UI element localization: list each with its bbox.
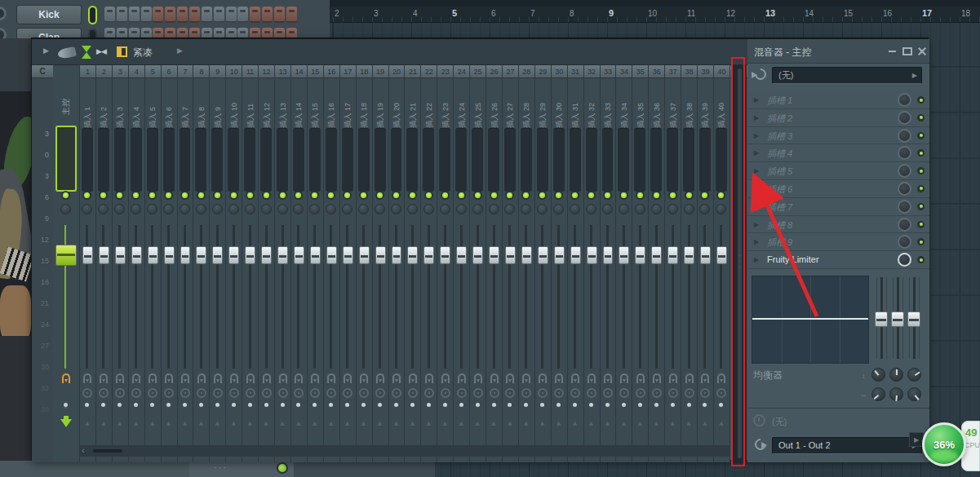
channel-knob[interactable] [0, 28, 7, 38]
strip-fader-cap[interactable] [521, 246, 532, 264]
strip-mute-led[interactable] [621, 192, 627, 198]
strip-separation-knob[interactable] [197, 388, 206, 398]
channel-mute-led[interactable] [88, 6, 97, 24]
strip-fader-cap[interactable] [619, 246, 629, 264]
strip-route-icon[interactable] [132, 373, 140, 383]
step-button[interactable] [214, 7, 224, 23]
plugin-slot[interactable]: ▶插槽 5 [747, 162, 929, 180]
strip-route-icon[interactable] [539, 373, 547, 383]
mixer-strip[interactable]: 23插入 23▲ [437, 65, 454, 462]
slot-mix-knob[interactable] [898, 182, 911, 196]
strip-separation-knob[interactable] [131, 388, 141, 398]
mixer-strip[interactable]: 18插入 18▲ [357, 65, 373, 462]
strip-mute-led[interactable] [588, 192, 594, 198]
strip-route-icon[interactable] [571, 373, 579, 383]
track-led[interactable] [278, 464, 286, 472]
strip-pan-knob[interactable] [82, 204, 92, 214]
strip-separation-knob[interactable] [229, 388, 239, 398]
strip-record-dot[interactable] [622, 403, 626, 407]
step-button[interactable] [117, 7, 127, 23]
mixer-strip[interactable]: 26插入 26▲ [486, 65, 503, 462]
dock-icon[interactable]: ▶◀ [96, 47, 106, 55]
slot-enable-led[interactable] [917, 221, 925, 228]
strip-route-icon[interactable] [279, 373, 287, 383]
strip-mute-led[interactable] [149, 192, 155, 198]
slot-arrow-icon[interactable]: ▶ [754, 96, 759, 104]
strip-mute-led[interactable] [637, 192, 643, 198]
mixer-strip[interactable]: 40插入 40▲ [714, 65, 730, 462]
strip-route-icon[interactable] [263, 373, 271, 383]
strip-record-dot[interactable] [557, 403, 561, 407]
mixer-strip[interactable]: 13插入 13▲ [275, 65, 291, 462]
strip-pan-knob[interactable] [553, 204, 564, 214]
plugin-slot[interactable]: ▶插槽 7 [747, 198, 929, 216]
strip-pan-knob[interactable] [472, 204, 483, 214]
strip-mute-led[interactable] [328, 192, 334, 198]
eq-knob[interactable] [889, 387, 903, 401]
step-button[interactable] [237, 7, 248, 23]
strip-mute-led[interactable] [361, 192, 366, 198]
strip-route-icon[interactable] [506, 373, 514, 383]
strip-separation-knob[interactable] [538, 388, 548, 398]
strip-fader-cap[interactable] [667, 246, 678, 264]
mixer-swoosh-icon[interactable] [57, 46, 77, 60]
strip-record-dot[interactable] [232, 403, 236, 407]
strip-separation-knob[interactable] [246, 388, 255, 398]
strip-record-dot[interactable] [118, 403, 122, 407]
audio-output-select[interactable]: Out 1 - Out 2 ▶ [772, 437, 922, 454]
eq-knob[interactable] [871, 387, 885, 401]
strip-route-icon[interactable] [701, 373, 709, 383]
strip-route-icon[interactable] [344, 373, 352, 383]
step-button[interactable] [286, 7, 297, 23]
slot-arrow-icon[interactable]: ▶ [754, 149, 759, 157]
channel-button-kick[interactable]: Kick [16, 5, 82, 24]
strip-separation-knob[interactable] [359, 388, 369, 398]
strip-mute-led[interactable] [84, 192, 90, 198]
h-scrollbar-thumb[interactable] [93, 449, 122, 453]
strip-fader-cap[interactable] [82, 246, 93, 264]
strip-record-dot[interactable] [605, 403, 610, 407]
strip-mute-led[interactable] [491, 192, 497, 198]
strip-fader-cap[interactable] [489, 246, 499, 264]
strip-route-icon[interactable] [376, 373, 384, 383]
strip-separation-knob[interactable] [310, 388, 320, 398]
strip-fader-cap[interactable] [392, 246, 402, 264]
strip-mute-led[interactable] [507, 192, 512, 198]
mixer-strip[interactable]: 4插入 4▲ [129, 65, 145, 462]
strip-fader-cap[interactable] [554, 246, 565, 264]
strip-record-dot[interactable] [183, 403, 187, 407]
eq-knob[interactable] [907, 387, 921, 401]
mixer-strip[interactable]: 24插入 24▲ [454, 65, 470, 462]
strip-route-icon[interactable] [360, 373, 368, 383]
strip-separation-knob[interactable] [294, 388, 304, 398]
master-route-icon[interactable] [62, 373, 70, 383]
strip-mute-led[interactable] [718, 192, 724, 198]
strip-route-icon[interactable] [588, 373, 596, 383]
slot-mix-knob[interactable] [898, 129, 911, 143]
strip-separation-knob[interactable] [375, 388, 385, 398]
strip-route-icon[interactable] [604, 373, 612, 383]
mixer-fader-mode-icon[interactable] [82, 46, 91, 52]
step-button[interactable] [153, 7, 163, 23]
strip-mute-led[interactable] [572, 192, 578, 198]
strip-record-dot[interactable] [443, 403, 447, 407]
strip-pan-knob[interactable] [277, 204, 288, 214]
mixer-strip[interactable]: 2插入 2▲ [96, 65, 113, 462]
strip-mute-led[interactable] [344, 192, 350, 198]
strip-route-icon[interactable] [669, 373, 677, 383]
mixer-strip[interactable]: 9插入 9▲ [210, 65, 226, 462]
strip-mute-led[interactable] [702, 192, 707, 198]
mixer-horizontal-scrollbar[interactable]: ‹ [80, 445, 730, 457]
strip-fader-cap[interactable] [115, 246, 126, 264]
strip-fader-cap[interactable] [538, 246, 548, 264]
strip-mute-led[interactable] [556, 192, 561, 198]
plugin-slot[interactable]: ▶插槽 6 [747, 180, 929, 198]
channel-knob[interactable] [0, 7, 7, 20]
mixer-strip[interactable]: 37插入 37▲ [665, 65, 681, 462]
step-button[interactable] [250, 7, 260, 23]
strip-separation-knob[interactable] [490, 388, 499, 398]
strip-pan-knob[interactable] [667, 204, 678, 214]
strip-route-icon[interactable] [653, 373, 661, 383]
strip-separation-knob[interactable] [668, 388, 678, 398]
strip-fader-cap[interactable] [294, 246, 304, 264]
